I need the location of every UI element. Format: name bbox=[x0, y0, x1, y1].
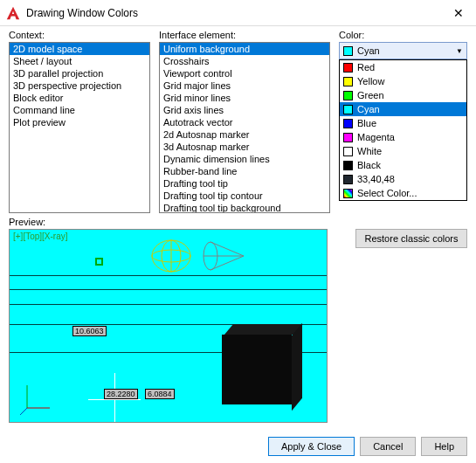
coord-readout: 10.6063 bbox=[72, 326, 107, 336]
color-selected-name: Cyan bbox=[357, 45, 380, 56]
svg-line-5 bbox=[210, 242, 244, 256]
interface-item[interactable]: 3d Autosnap marker bbox=[160, 141, 329, 153]
interface-item[interactable]: Autotrack vector bbox=[160, 116, 329, 128]
interface-item[interactable]: Drafting tool tip background bbox=[160, 202, 329, 213]
interface-listbox[interactable]: Uniform backgroundCrosshairsViewport con… bbox=[159, 42, 330, 213]
interface-item[interactable]: Dynamic dimension lines bbox=[160, 153, 329, 165]
color-swatch-icon bbox=[343, 147, 353, 156]
color-label: Color: bbox=[339, 30, 467, 40]
interface-item[interactable]: Drafting tool tip bbox=[160, 177, 329, 190]
color-option-label: 33,40,48 bbox=[357, 174, 395, 184]
grid-line bbox=[10, 304, 327, 305]
color-swatch-icon bbox=[343, 91, 353, 100]
interface-item[interactable]: Drafting tool tip contour bbox=[160, 190, 329, 202]
snap-marker-icon bbox=[95, 258, 103, 266]
interface-item[interactable]: Grid minor lines bbox=[160, 92, 329, 104]
preview-pane: [+][Top][X-ray] 10.6063 28.2280 6.0884 bbox=[9, 229, 328, 423]
help-button[interactable]: Help bbox=[421, 437, 467, 456]
svg-line-6 bbox=[210, 256, 244, 270]
color-dropdown[interactable]: RedYellowGreenCyanBlueMagentaWhiteBlack3… bbox=[339, 59, 467, 201]
color-option[interactable]: Blue bbox=[340, 116, 466, 130]
context-listbox[interactable]: 2D model spaceSheet / layout3D parallel … bbox=[9, 42, 150, 213]
dialog-buttons: Apply & Close Cancel Help bbox=[268, 437, 467, 456]
color-option-label: Magenta bbox=[357, 132, 395, 142]
context-item[interactable]: Block editor bbox=[10, 92, 149, 104]
color-swatch-icon bbox=[343, 63, 353, 73]
interface-item[interactable]: Uniform background bbox=[160, 43, 329, 55]
interface-item[interactable]: Grid major lines bbox=[160, 79, 329, 92]
interface-label: Interface element: bbox=[159, 30, 330, 40]
coord-readout: 6.0884 bbox=[145, 389, 175, 399]
autocad-logo-icon bbox=[5, 5, 21, 21]
close-button[interactable]: ✕ bbox=[441, 0, 476, 26]
color-option-label: Blue bbox=[357, 118, 376, 128]
color-option-label: Black bbox=[357, 160, 381, 170]
svg-line-10 bbox=[20, 408, 27, 415]
ucs-axis-icon bbox=[18, 382, 53, 417]
color-option-label: Green bbox=[357, 90, 384, 100]
context-item[interactable]: Command line bbox=[10, 104, 149, 116]
color-option[interactable]: Red bbox=[340, 60, 466, 74]
context-item[interactable]: 3D perspective projection bbox=[10, 79, 149, 92]
color-option[interactable]: Black bbox=[340, 158, 466, 172]
context-item[interactable]: Sheet / layout bbox=[10, 55, 149, 67]
color-option[interactable]: Green bbox=[340, 88, 466, 102]
color-option[interactable]: Select Color... bbox=[340, 186, 466, 200]
interface-item[interactable]: Crosshairs bbox=[160, 55, 329, 67]
wireframe-sphere-icon bbox=[149, 238, 193, 273]
preview-label: Preview: bbox=[9, 217, 476, 227]
cancel-button[interactable]: Cancel bbox=[360, 437, 416, 456]
viewport-control-text: [+][Top][X-ray] bbox=[13, 232, 68, 241]
color-swatch-icon bbox=[343, 105, 353, 114]
color-option-label: Red bbox=[357, 62, 375, 73]
color-option[interactable]: 33,40,48 bbox=[340, 172, 466, 186]
interface-item[interactable]: Rubber-band line bbox=[160, 165, 329, 177]
wireframe-cone-icon bbox=[200, 237, 247, 275]
color-option-label: White bbox=[357, 146, 382, 156]
context-item[interactable]: Plot preview bbox=[10, 116, 149, 128]
color-option[interactable]: White bbox=[340, 144, 466, 158]
interface-item[interactable]: Grid axis lines bbox=[160, 104, 329, 116]
color-swatch-icon bbox=[343, 77, 353, 86]
color-option-label: Select Color... bbox=[357, 188, 417, 198]
select-color-icon bbox=[343, 189, 353, 198]
restore-classic-button[interactable]: Restore classic colors bbox=[355, 229, 467, 248]
color-option[interactable]: Magenta bbox=[340, 130, 466, 144]
color-swatch-icon bbox=[343, 161, 353, 170]
color-combo[interactable]: Cyan ▼ bbox=[339, 42, 467, 59]
context-label: Context: bbox=[9, 30, 150, 40]
context-item[interactable]: 3D parallel projection bbox=[10, 67, 149, 79]
color-swatch-icon bbox=[343, 133, 353, 142]
color-swatch bbox=[343, 46, 353, 56]
window-title: Drawing Window Colors bbox=[26, 7, 441, 19]
grid-line bbox=[10, 289, 327, 290]
color-option[interactable]: Cyan bbox=[340, 102, 466, 116]
color-swatch-icon bbox=[343, 119, 353, 128]
coord-readout: 28.2280 bbox=[104, 389, 138, 399]
context-item[interactable]: 2D model space bbox=[10, 43, 149, 55]
interface-item[interactable]: Viewport control bbox=[160, 67, 329, 79]
color-option-label: Yellow bbox=[357, 76, 384, 86]
chevron-down-icon: ▼ bbox=[456, 47, 463, 55]
preview-cube bbox=[222, 335, 292, 404]
color-option-label: Cyan bbox=[357, 104, 380, 114]
apply-close-button[interactable]: Apply & Close bbox=[268, 437, 355, 456]
color-swatch-icon bbox=[343, 175, 353, 184]
interface-item[interactable]: 2d Autosnap marker bbox=[160, 128, 329, 141]
color-option[interactable]: Yellow bbox=[340, 74, 466, 88]
title-bar: Drawing Window Colors ✕ bbox=[0, 0, 476, 26]
horizon-line bbox=[10, 275, 327, 276]
